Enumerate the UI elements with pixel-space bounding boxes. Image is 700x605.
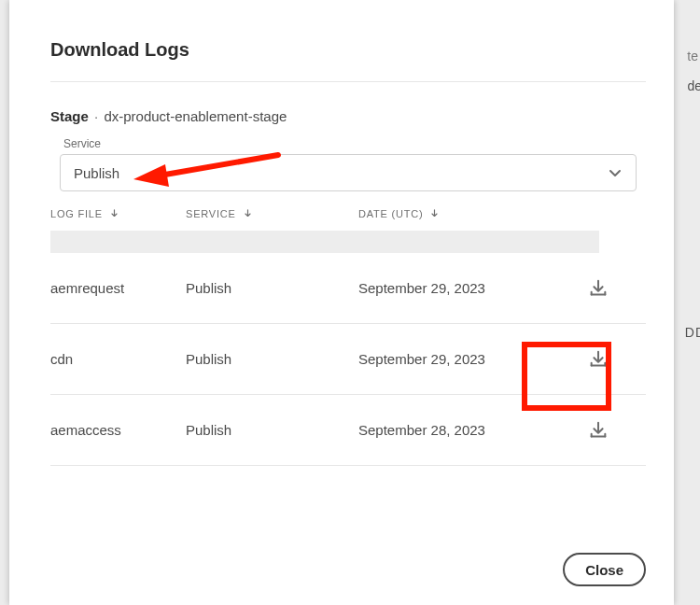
environment-line: Stage · dx-product-enablement-stage (50, 108, 646, 124)
sort-down-icon (110, 209, 119, 220)
download-button[interactable] (585, 346, 611, 373)
cell-action (550, 417, 646, 443)
bg-frag-1: te (687, 49, 698, 63)
cell-action (550, 346, 646, 373)
download-button[interactable] (585, 275, 611, 302)
chevron-down-icon (608, 165, 623, 180)
separator-dot: · (94, 108, 98, 124)
table-row: aemaccessPublishSeptember 28, 2023 (50, 395, 646, 466)
download-icon (588, 349, 609, 370)
bg-frag-4: DD (685, 325, 700, 340)
divider (50, 81, 646, 82)
cell-action (550, 275, 646, 302)
environment-name: dx-product-enablement-stage (104, 108, 287, 124)
table-row: cdnPublishSeptember 29, 2023 (50, 324, 646, 395)
download-button[interactable] (585, 417, 611, 443)
cell-service: Publish (186, 280, 358, 296)
cell-logfile: aemaccess (50, 422, 186, 438)
header-logfile-label: LOG FILE (50, 208, 103, 219)
header-service[interactable]: SERVICE (186, 208, 358, 219)
sort-down-icon (244, 209, 252, 220)
environment-label: Stage (50, 108, 89, 124)
close-button[interactable]: Close (563, 553, 646, 586)
bg-frag-3: vn (0, 321, 2, 336)
cell-date: September 28, 2023 (358, 422, 550, 438)
cell-service: Publish (186, 422, 358, 438)
header-service-label: SERVICE (186, 208, 236, 219)
table-row: aemrequestPublishSeptember 29, 2023 (50, 253, 646, 324)
header-date-label: DATE (UTC) (358, 208, 424, 219)
service-select[interactable]: Publish (60, 154, 637, 191)
cell-service: Publish (186, 351, 358, 367)
cell-logfile: cdn (50, 351, 186, 367)
bg-frag-2: de (687, 78, 700, 93)
cell-date: September 29, 2023 (358, 351, 550, 367)
sort-down-icon (430, 209, 439, 220)
cell-logfile: aemrequest (50, 280, 186, 296)
service-field-label: Service (63, 137, 646, 150)
header-date[interactable]: DATE (UTC) (358, 208, 545, 219)
download-icon (588, 420, 609, 441)
header-logfile[interactable]: LOG FILE (50, 208, 186, 219)
loading-placeholder-row (50, 231, 599, 253)
modal-footer: Close (50, 534, 646, 586)
cell-date: September 29, 2023 (358, 280, 550, 296)
table-headers: LOG FILE SERVICE DATE (UTC) (50, 208, 646, 227)
modal-title: Download Logs (50, 39, 646, 61)
service-select-value: Publish (74, 165, 119, 181)
download-logs-modal: Download Logs Stage · dx-product-enablem… (9, 0, 674, 605)
download-icon (588, 278, 609, 299)
header-action (545, 208, 646, 219)
